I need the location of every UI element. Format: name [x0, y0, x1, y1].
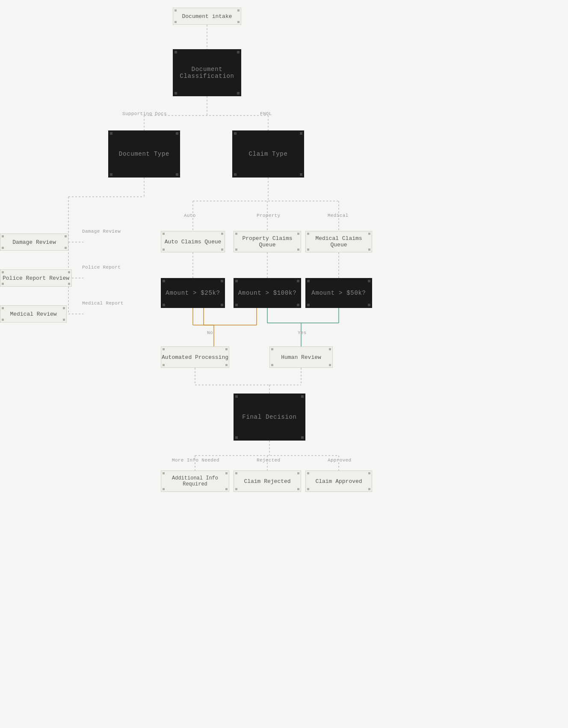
- amount-25k-label: Amount > $25k?: [166, 290, 220, 296]
- no-label: No: [207, 330, 213, 335]
- property-claims-queue-node[interactable]: Property Claims Queue: [234, 231, 301, 252]
- medical-label: Medical: [328, 213, 349, 218]
- amount-50k-label: Amount > $50k?: [311, 290, 366, 296]
- auto-label: Auto: [184, 213, 196, 218]
- medical-review-node[interactable]: Medical Review: [0, 305, 67, 323]
- approved-label: Approved: [328, 458, 351, 463]
- automated-processing-node[interactable]: Automated Processing: [161, 346, 229, 368]
- auto-claims-queue-node[interactable]: Auto Claims Queue: [161, 231, 225, 252]
- claim-rejected-node[interactable]: Claim Rejected: [234, 471, 301, 492]
- supporting-docs-label: Supporting Docs: [122, 111, 167, 116]
- additional-info-label: Additional Info Required: [161, 475, 229, 487]
- document-intake-node[interactable]: Document intake: [173, 8, 241, 25]
- document-type-label: Document Type: [119, 151, 169, 157]
- flowchart: Supporting Docs FNOL Auto Property Medic…: [0, 0, 568, 728]
- property-label: Property: [257, 213, 280, 218]
- medical-claims-queue-node[interactable]: Medical Claims Queue: [305, 231, 372, 252]
- additional-info-node[interactable]: Additional Info Required: [161, 471, 229, 492]
- final-decision-node[interactable]: Final Decision: [234, 394, 305, 441]
- damage-review-node[interactable]: Damage Review: [0, 234, 68, 251]
- final-decision-label: Final Decision: [242, 414, 296, 420]
- more-info-label: More Info Needed: [172, 458, 219, 463]
- claim-approved-label: Claim Approved: [315, 478, 362, 485]
- claim-rejected-label: Claim Rejected: [244, 478, 290, 485]
- amount-50k-node[interactable]: Amount > $50k?: [305, 278, 372, 308]
- document-classification-label: Document Classification: [180, 66, 234, 80]
- damage-review-label: Damage Review: [82, 229, 121, 234]
- claim-approved-node[interactable]: Claim Approved: [305, 471, 372, 492]
- police-report-review-node[interactable]: Police Report Review: [0, 269, 72, 287]
- medical-report-label: Medical Report: [82, 301, 124, 306]
- rejected-label: Rejected: [257, 458, 280, 463]
- claim-type-node[interactable]: Claim Type: [232, 130, 304, 178]
- human-review-node[interactable]: Human Review: [269, 346, 333, 368]
- amount-25k-node[interactable]: Amount > $25k?: [161, 278, 225, 308]
- police-report-label: Police Report: [82, 265, 121, 270]
- medical-review-label: Medical Review: [10, 311, 56, 317]
- amount-100k-label: Amount > $100k?: [238, 290, 297, 296]
- yes-label: Yes: [298, 330, 307, 335]
- damage-review-label-node: Damage Review: [12, 239, 56, 246]
- fnol-label: FNOL: [260, 111, 272, 116]
- auto-claims-queue-label: Auto Claims Queue: [165, 239, 222, 245]
- document-type-node[interactable]: Document Type: [108, 130, 180, 178]
- human-review-label: Human Review: [281, 354, 321, 361]
- document-classification-node[interactable]: Document Classification: [173, 49, 241, 96]
- automated-processing-label: Automated Processing: [162, 354, 228, 361]
- document-intake-label: Document intake: [182, 13, 232, 20]
- medical-claims-queue-label: Medical Claims Queue: [306, 235, 372, 248]
- property-claims-queue-label: Property Claims Queue: [234, 235, 301, 248]
- claim-type-label: Claim Type: [248, 151, 287, 157]
- police-report-review-label: Police Report Review: [3, 275, 69, 281]
- amount-100k-node[interactable]: Amount > $100k?: [234, 278, 301, 308]
